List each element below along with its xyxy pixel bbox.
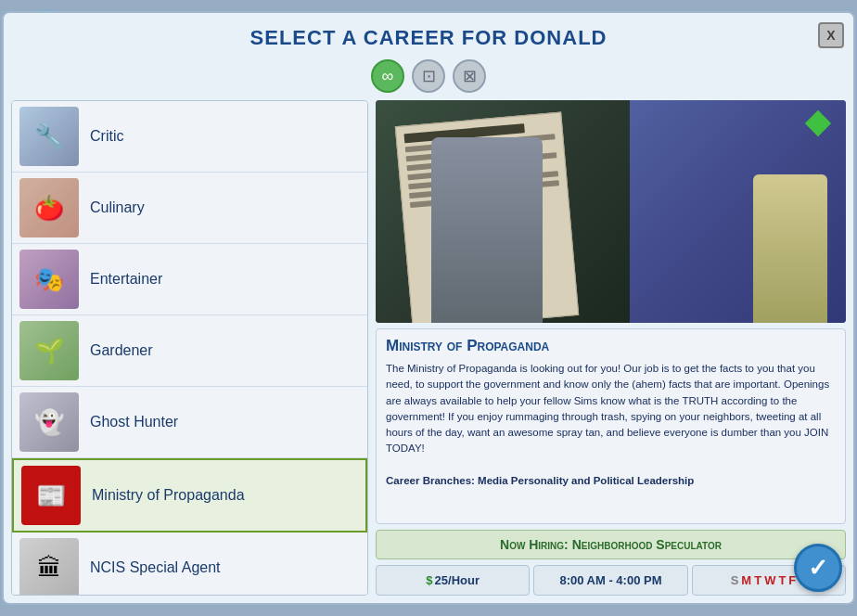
- career-name-culinary: Culinary: [90, 199, 145, 216]
- scene-right: [630, 100, 846, 323]
- confirm-button[interactable]: ✓: [794, 544, 842, 592]
- infinity-symbol: ∞: [382, 67, 394, 86]
- infinity-icon[interactable]: ∞: [371, 59, 404, 93]
- career-info: Ministry of Propaganda The Ministry of P…: [376, 328, 846, 524]
- career-name-critic: Critic: [90, 128, 123, 145]
- career-detail-title: Ministry of Propaganda: [386, 337, 836, 355]
- career-item-critic[interactable]: Critic: [12, 101, 367, 173]
- career-name-ncis: NCIS Special Agent: [90, 559, 221, 576]
- career-icon-critic: [19, 107, 79, 166]
- career-description: The Ministry of Propaganda is looking ou…: [386, 361, 836, 489]
- career-name-gardener: Gardener: [90, 342, 153, 359]
- day-M: M: [741, 573, 751, 587]
- career-icon-ghost-hunter: [19, 392, 79, 452]
- career-image-inner: [376, 100, 846, 323]
- career-item-entertainer[interactable]: Entertainer: [12, 244, 367, 315]
- career-icon-ncis: [19, 538, 79, 596]
- career-item-ncis[interactable]: NCIS Special Agent: [12, 533, 367, 596]
- critic-icon: [34, 122, 64, 151]
- schedule-value: 8:00 AM - 4:00 PM: [538, 573, 683, 587]
- career-name-ministry: Ministry of Propaganda: [92, 487, 245, 504]
- gardener-icon: [34, 336, 64, 366]
- hiring-bar: Now Hiring: Neighborhood Speculator: [376, 530, 846, 559]
- toolbar: ∞ ⊡ ⊠: [4, 54, 853, 100]
- person-left: [431, 137, 543, 323]
- description-text: The Ministry of Propaganda is looking ou…: [386, 363, 829, 454]
- modal-title: Select a Career for Donald: [22, 26, 835, 50]
- career-name-entertainer: Entertainer: [90, 271, 162, 288]
- ncis-icon: [37, 553, 61, 583]
- hiring-text: Now Hiring: Neighborhood Speculator: [500, 537, 722, 552]
- pay-amount: 25/Hour: [435, 573, 480, 587]
- dollar-icon: $: [426, 573, 432, 587]
- career-icon-entertainer: [19, 250, 79, 309]
- career-name-ghost-hunter: Ghost Hunter: [90, 414, 178, 430]
- day-T2: T: [778, 573, 786, 587]
- culinary-icon: [34, 193, 64, 223]
- career-item-ministry[interactable]: Ministry of Propaganda: [12, 458, 367, 533]
- close-button[interactable]: X: [818, 22, 844, 48]
- entertainer-icon: [34, 264, 64, 294]
- career-image: [376, 100, 846, 323]
- day-S1: S: [731, 573, 739, 587]
- career-icon-culinary: [19, 178, 79, 237]
- camera2-icon[interactable]: ⊠: [453, 59, 486, 93]
- career-selection-modal: Select a Career for Donald X ∞ ⊡ ⊠: [2, 11, 855, 605]
- career-icon-gardener: [19, 321, 79, 380]
- green-diamond: [805, 110, 831, 136]
- career-item-gardener[interactable]: Gardener: [12, 315, 367, 387]
- modal-overlay: Select a Career for Donald X ∞ ⊡ ⊠: [0, 0, 857, 616]
- detail-panel: Ministry of Propaganda The Ministry of P…: [376, 100, 846, 596]
- modal-header: Select a Career for Donald: [4, 13, 853, 54]
- camera1-symbol: ⊡: [422, 66, 436, 86]
- modal-body: Critic Culinary Entertainer: [4, 100, 853, 603]
- ghost-icon: [34, 407, 64, 437]
- ministry-icon: [36, 481, 66, 510]
- checkmark-icon: ✓: [808, 554, 828, 583]
- career-item-ghost-hunter[interactable]: Ghost Hunter: [12, 387, 367, 458]
- stats-bar: $ 25/Hour 8:00 AM - 4:00 PM S M T W: [376, 565, 846, 596]
- scene-left: [376, 100, 634, 323]
- day-T1: T: [754, 573, 761, 587]
- camera2-symbol: ⊠: [463, 66, 477, 86]
- career-branches: Career Branches: Media Personality and P…: [386, 475, 694, 486]
- career-list: Critic Culinary Entertainer: [11, 100, 368, 596]
- person-right: [753, 174, 827, 323]
- schedule-stat: 8:00 AM - 4:00 PM: [533, 565, 687, 596]
- day-W: W: [764, 573, 775, 587]
- camera1-icon[interactable]: ⊡: [412, 59, 445, 93]
- pay-value: $ 25/Hour: [380, 573, 525, 587]
- career-item-culinary[interactable]: Culinary: [12, 173, 367, 244]
- career-icon-ministry: [21, 466, 81, 525]
- pay-stat: $ 25/Hour: [376, 565, 530, 596]
